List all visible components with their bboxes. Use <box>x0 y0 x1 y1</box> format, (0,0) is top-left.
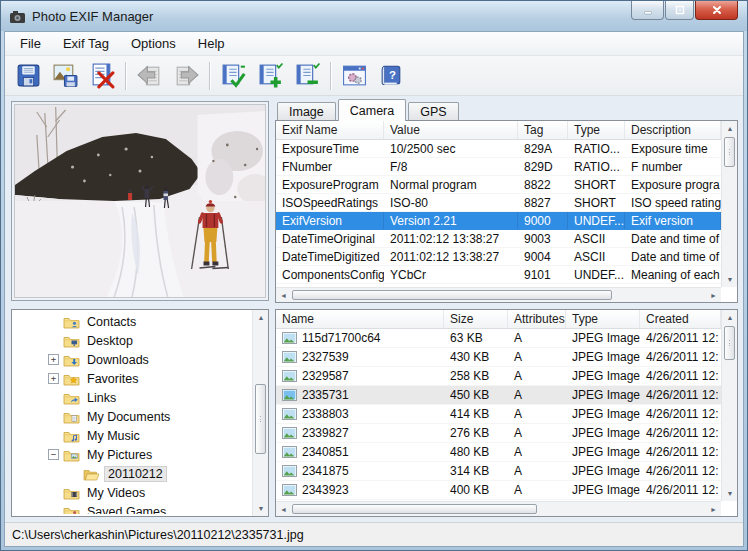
remove-image-button[interactable] <box>84 59 120 93</box>
exif-vertical-scrollbar[interactable]: ▲ ▼ <box>721 121 737 287</box>
file-cell: A <box>508 367 566 385</box>
file-row[interactable]: 115d71700c6463 KBAJPEG Image4/26/2011 12… <box>276 329 721 348</box>
scroll-right-icon[interactable]: ► <box>706 502 721 517</box>
scroll-thumb[interactable] <box>724 326 735 360</box>
files-horizontal-scrollbar[interactable]: ◄ ► <box>276 501 721 516</box>
scroll-left-icon[interactable]: ◄ <box>276 288 291 303</box>
exif-horizontal-scrollbar[interactable]: ◄ ► <box>276 287 721 302</box>
file-cell: 115d71700c64 <box>276 329 444 347</box>
exif-row[interactable]: ExifVersionVersion 2.219000UNDEF...Exif … <box>276 212 721 230</box>
file-row[interactable]: 2339827276 KBAJPEG Image4/26/2011 12: <box>276 424 721 443</box>
close-button[interactable] <box>695 1 738 20</box>
file-row[interactable]: 2341875314 KBAJPEG Image4/26/2011 12: <box>276 462 721 481</box>
next-image-button[interactable] <box>168 59 204 93</box>
scroll-left-icon[interactable]: ◄ <box>276 502 291 517</box>
tree-item-desktop[interactable]: Desktop <box>12 331 251 350</box>
file-col-type[interactable]: Type <box>566 310 640 328</box>
previous-image-button[interactable] <box>131 59 167 93</box>
file-cell: 2327539 <box>276 348 444 366</box>
tree-item-label: 20110212 <box>104 466 167 482</box>
scroll-thumb[interactable] <box>255 384 266 454</box>
file-col-attributes[interactable]: Attributes <box>508 310 566 328</box>
collapse-icon[interactable]: − <box>48 449 59 460</box>
app-window: Photo EXIF Manager File Exif Tag Options… <box>0 0 748 551</box>
menu-item-file[interactable]: File <box>9 33 52 54</box>
tree-item-my-videos[interactable]: My Videos <box>12 483 251 502</box>
file-col-created[interactable]: Created <box>640 310 721 328</box>
scroll-up-icon[interactable]: ▲ <box>253 310 269 325</box>
tree-item-downloads[interactable]: +Downloads <box>12 350 251 369</box>
check-exif-tags-button[interactable] <box>215 59 251 93</box>
tree-item-my-pictures[interactable]: −My Pictures <box>12 445 251 464</box>
file-cell: 258 KB <box>444 367 508 385</box>
exif-row[interactable]: ISOSpeedRatingsISO-808827SHORTISO speed … <box>276 194 721 212</box>
tab-camera[interactable]: Camera <box>338 99 406 121</box>
scroll-thumb[interactable] <box>292 504 537 514</box>
file-list-body: 115d71700c6463 KBAJPEG Image4/26/2011 12… <box>276 329 721 501</box>
menu-item-options[interactable]: Options <box>120 33 187 54</box>
scroll-thumb[interactable] <box>292 290 612 300</box>
expand-icon[interactable]: + <box>48 354 59 365</box>
exif-cell: SHORT <box>568 194 625 211</box>
remove-exif-tag-button[interactable] <box>289 59 325 93</box>
tree-vertical-scrollbar[interactable]: ▲ ▼ <box>252 310 268 516</box>
file-col-size[interactable]: Size <box>444 310 508 328</box>
file-row[interactable]: 2329587258 KBAJPEG Image4/26/2011 12: <box>276 367 721 386</box>
exif-row[interactable]: ExposureProgramNormal program8822SHORTEx… <box>276 176 721 194</box>
exif-cell: Date and time of <box>625 230 721 247</box>
expand-icon[interactable]: + <box>48 373 59 384</box>
scroll-down-icon[interactable]: ▼ <box>253 501 269 516</box>
exif-col-type[interactable]: Type <box>568 121 625 139</box>
file-row[interactable]: 2335731450 KBAJPEG Image4/26/2011 12: <box>276 386 721 405</box>
exif-pane: Image Camera GPS Exif Name Value Tag Typ… <box>275 99 738 303</box>
scroll-up-icon[interactable]: ▲ <box>722 121 738 136</box>
add-exif-tag-button[interactable] <box>252 59 288 93</box>
exif-row[interactable]: ExposureTime10/2500 sec829ARATIO...Expos… <box>276 140 721 158</box>
folder-open-folder-icon <box>83 467 100 481</box>
app-icon <box>9 9 26 24</box>
minimize-button[interactable] <box>631 1 664 20</box>
exif-col-value[interactable]: Value <box>384 121 518 139</box>
file-row[interactable]: 2340851480 KBAJPEG Image4/26/2011 12: <box>276 443 721 462</box>
scroll-down-icon[interactable]: ▼ <box>722 486 738 501</box>
scroll-right-icon[interactable]: ► <box>706 288 721 303</box>
exif-col-description[interactable]: Description <box>625 121 721 139</box>
scroll-thumb[interactable] <box>724 137 735 167</box>
files-vertical-scrollbar[interactable]: ▲ ▼ <box>721 310 737 501</box>
tab-image[interactable]: Image <box>277 102 336 120</box>
exif-row[interactable]: ComponentsConfig...YCbCr9101UNDEF...Mean… <box>276 266 721 284</box>
exif-col-tag[interactable]: Tag <box>518 121 568 139</box>
file-list: Name Size Attributes Type Created 115d71… <box>275 309 738 517</box>
options-button[interactable] <box>336 59 372 93</box>
preview-image[interactable] <box>14 104 266 298</box>
file-row[interactable]: 2327539430 KBAJPEG Image4/26/2011 12: <box>276 348 721 367</box>
file-cell: A <box>508 405 566 423</box>
file-row[interactable]: 2343923400 KBAJPEG Image4/26/2011 12: <box>276 481 721 500</box>
exif-row[interactable]: DateTimeOriginal2011:02:12 13:38:279003A… <box>276 230 721 248</box>
file-col-name[interactable]: Name <box>276 310 444 328</box>
maximize-button[interactable] <box>665 1 694 20</box>
exif-cell: ExposureTime <box>276 140 384 157</box>
exif-row[interactable]: DateTimeDigitized2011:02:12 13:38:279004… <box>276 248 721 266</box>
tab-gps[interactable]: GPS <box>408 102 458 120</box>
tree-item-contacts[interactable]: Contacts <box>12 312 251 331</box>
tree-item-my-documents[interactable]: My Documents <box>12 407 251 426</box>
file-cell: A <box>508 329 566 347</box>
scroll-up-icon[interactable]: ▲ <box>722 310 738 325</box>
tree-item-my-music[interactable]: My Music <box>12 426 251 445</box>
save-button[interactable] <box>10 59 46 93</box>
exif-col-name[interactable]: Exif Name <box>276 121 384 139</box>
tree-item-20110212[interactable]: 20110212 <box>12 464 251 483</box>
help-button[interactable]: ? <box>373 59 409 93</box>
tree-item-links[interactable]: Links <box>12 388 251 407</box>
menu-item-help[interactable]: Help <box>187 33 236 54</box>
save-image-button[interactable] <box>47 59 83 93</box>
file-row[interactable]: 2338803414 KBAJPEG Image4/26/2011 12: <box>276 405 721 424</box>
window-frame: File Exif Tag Options Help <box>4 31 744 547</box>
scroll-down-icon[interactable]: ▼ <box>722 272 738 287</box>
exif-row[interactable]: FNumberF/8829DRATIO...F number <box>276 158 721 176</box>
tree-item-favorites[interactable]: +Favorites <box>12 369 251 388</box>
tree-item-saved-games[interactable]: Saved Games <box>12 502 251 514</box>
exif-tabs: Image Camera GPS <box>275 99 738 120</box>
menu-item-exif-tag[interactable]: Exif Tag <box>52 33 120 54</box>
